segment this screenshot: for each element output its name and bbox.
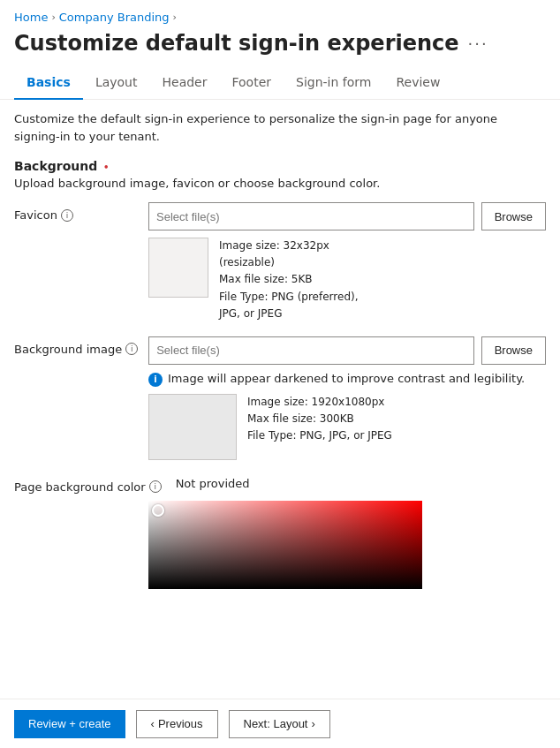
favicon-max-size: Max file size: 5KB [219, 271, 359, 288]
breadcrumb-home[interactable]: Home [14, 11, 48, 24]
color-row: Page background color i Not provided [14, 474, 546, 494]
background-title: Background • [14, 159, 546, 173]
favicon-file-type: File Type: PNG (preferred), [219, 289, 359, 306]
favicon-preview [148, 238, 208, 298]
next-label: Next: Layout [244, 717, 308, 730]
previous-label: Previous [158, 717, 203, 730]
color-picker[interactable] [148, 501, 546, 589]
breadcrumb-chevron-1: › [51, 11, 55, 23]
required-indicator: • [103, 162, 109, 172]
color-picker-thumb[interactable] [152, 504, 164, 517]
background-image-info-box: Image size: 1920x1080px Max file size: 3… [148, 394, 546, 460]
background-image-input[interactable] [148, 336, 473, 365]
page-description: Customize the default sign-in experience… [14, 110, 546, 145]
background-section: Background • Upload background image, fa… [14, 159, 546, 589]
bg-image-size: Image size: 1920x1080px [247, 394, 392, 411]
background-description: Upload background image, favicon or choo… [14, 177, 546, 190]
next-chevron-icon: › [312, 717, 315, 730]
previous-button[interactable]: ‹ Previous [136, 710, 218, 738]
tab-header[interactable]: Header [149, 66, 219, 100]
favicon-file-type2: JPG, or JPEG [219, 306, 359, 322]
background-image-row: Background image i Browse [14, 336, 546, 365]
breadcrumb: Home › Company Branding › [0, 0, 560, 27]
tab-basics[interactable]: Basics [14, 66, 83, 100]
background-image-info-icon[interactable]: i [125, 343, 138, 355]
footer-bar: Review + create ‹ Previous Next: Layout … [0, 699, 560, 748]
color-label: Page background color i [14, 474, 162, 494]
gradient-dark-overlay [148, 501, 422, 589]
favicon-row: Favicon i Browse [14, 202, 546, 230]
color-gradient-canvas[interactable] [148, 501, 422, 589]
favicon-resizable: (resizable) [219, 254, 359, 271]
favicon-size: Image size: 32x32px [219, 238, 359, 254]
page-title: Customize default sign-in experience [14, 31, 459, 56]
background-image-label: Background image i [14, 336, 138, 356]
notice-info-icon: i [148, 373, 163, 387]
color-info-icon[interactable]: i [149, 480, 162, 493]
tab-bar: Basics Layout Header Footer Sign-in form… [0, 66, 560, 100]
content-area: Customize the default sign-in experience… [0, 100, 560, 600]
tab-layout[interactable]: Layout [83, 66, 150, 100]
color-value: Not provided [176, 477, 250, 490]
more-options-icon[interactable]: ··· [468, 34, 488, 53]
background-image-browse-button[interactable]: Browse [481, 336, 546, 365]
background-image-file-group: Browse [148, 336, 546, 365]
tab-review[interactable]: Review [383, 66, 452, 100]
review-create-button[interactable]: Review + create [14, 710, 125, 738]
background-image-meta: Image size: 1920x1080px Max file size: 3… [247, 394, 392, 460]
favicon-browse-button[interactable]: Browse [481, 202, 546, 230]
favicon-info-box: Image size: 32x32px (resizable) Max file… [148, 238, 546, 322]
breadcrumb-chevron-2: › [173, 11, 177, 23]
favicon-meta: Image size: 32x32px (resizable) Max file… [219, 238, 359, 322]
favicon-info-icon[interactable]: i [61, 209, 73, 222]
gradient-background [148, 501, 422, 589]
bg-file-type: File Type: PNG, JPG, or JPEG [247, 427, 392, 444]
favicon-file-group: Browse [148, 202, 546, 230]
background-image-notice: i Image will appear darkened to improve … [148, 372, 546, 387]
tab-signin-form[interactable]: Sign-in form [284, 66, 383, 100]
background-image-preview [148, 394, 237, 460]
page-header: Customize default sign-in experience ··· [0, 27, 560, 66]
page-background-color-section: Page background color i Not provided [14, 474, 546, 589]
tab-footer[interactable]: Footer [219, 66, 284, 100]
favicon-label: Favicon i [14, 202, 138, 222]
next-button[interactable]: Next: Layout › [229, 710, 330, 738]
bg-max-size: Max file size: 300KB [247, 411, 392, 427]
breadcrumb-company-branding[interactable]: Company Branding [59, 11, 170, 24]
prev-chevron-icon: ‹ [151, 717, 155, 730]
favicon-input[interactable] [148, 202, 474, 230]
